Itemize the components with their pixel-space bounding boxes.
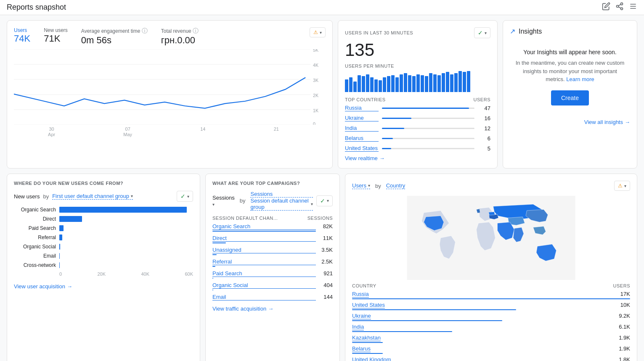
alert-icon: ⚠ — [313, 29, 318, 35]
campaign-name[interactable]: Referral — [212, 258, 316, 265]
filter-channel-btn[interactable]: First user default channel group ▾ — [52, 193, 133, 200]
map-card: Users ▾ by Country ⚠ ▾ — [345, 174, 637, 361]
filter-by-text2: by — [240, 198, 246, 204]
map-country-name[interactable]: Russia — [352, 291, 369, 298]
campaign-row: Organic Search 82K — [212, 223, 333, 232]
view-traffic-acquisition-link[interactable]: View traffic acquisition → — [212, 306, 333, 312]
mini-bar — [458, 71, 462, 92]
realtime-label: USERS IN LAST 30 MINUTES — [345, 30, 413, 35]
map-alert-btn[interactable]: ⚠ ▾ — [614, 181, 630, 191]
x-label-3-top: 21 — [274, 126, 279, 132]
share-icon[interactable] — [615, 2, 624, 13]
campaigns-filter: Sessions ▾ by Sessions Session default c… — [212, 191, 333, 211]
mini-bar — [433, 74, 437, 92]
view-user-acquisition-link[interactable]: View user acquisition → — [14, 283, 193, 290]
mini-bar — [366, 74, 369, 92]
tab-users[interactable]: Users 74K — [14, 27, 30, 44]
map-users-btn[interactable]: Users ▾ — [352, 182, 370, 189]
campaigns-col-sessions: SESSIONS — [307, 216, 333, 221]
map-country-name[interactable]: India — [352, 324, 364, 330]
campaign-name[interactable]: Organic Search — [212, 223, 316, 230]
campaigns-card: WHAT ARE YOUR TOP CAMPAIGNS? Sessions ▾ … — [205, 174, 340, 361]
view-realtime-arrow: → — [379, 155, 385, 161]
filter-sessions-label[interactable]: Sessions ▾ — [212, 195, 235, 207]
filter-channel-arrow: ▾ — [131, 194, 133, 198]
svg-point-2 — [621, 8, 623, 10]
map-country-name[interactable]: United States — [352, 302, 385, 308]
country-name[interactable]: Ukraine — [345, 115, 379, 121]
mini-bar — [345, 79, 348, 92]
insights-learn-link[interactable]: Learn more — [566, 76, 594, 82]
campaign-name[interactable]: Unassigned — [212, 247, 316, 253]
header-actions — [602, 2, 637, 13]
country-row: India 12 — [345, 125, 490, 132]
chart-x-labels: 30 Apr 07 May 14 21 — [14, 126, 326, 137]
campaign-filter-btn[interactable]: Sessions — [250, 191, 313, 198]
more-icon[interactable] — [629, 2, 637, 13]
country-name[interactable]: Russia — [345, 105, 379, 111]
campaigns-col-name: SESSION DEFAULT CHAN... — [212, 216, 278, 221]
map-country-value: 1.9K — [619, 345, 630, 352]
filter-new-users-label[interactable]: New users — [14, 193, 40, 200]
map-country-name[interactable]: United Kingdom — [352, 356, 391, 361]
svg-point-1 — [617, 5, 619, 8]
map-country-btn[interactable]: Country — [386, 182, 405, 189]
country-bar — [382, 108, 469, 109]
campaigns-check-btn[interactable]: ✓ ▾ — [316, 195, 333, 206]
campaign-row: Direct 11K — [212, 235, 333, 243]
tab-engagement[interactable]: Average engagement time ⓘ 0m 56s — [81, 27, 148, 46]
mini-bar — [425, 76, 428, 92]
country-name[interactable]: Belarus — [345, 135, 379, 142]
map-row-content: Ukraine 9.2K — [352, 313, 630, 319]
mini-bar — [454, 73, 458, 92]
insights-view-link[interactable]: View all insights → — [510, 119, 630, 125]
realtime-header: USERS IN LAST 30 MINUTES ✓ ▾ — [345, 27, 490, 38]
map-filter: Users ▾ by Country ⚠ ▾ — [352, 181, 630, 191]
revenue-info-icon[interactable]: ⓘ — [193, 27, 199, 34]
realtime-card: USERS IN LAST 30 MINUTES ✓ ▾ 135 USERS P… — [338, 20, 498, 169]
top-row: Users 74K New users 71K Average engageme… — [7, 20, 637, 169]
create-button[interactable]: Create — [551, 90, 589, 105]
realtime-check-btn[interactable]: ✓ ▾ — [474, 27, 490, 38]
mini-bar — [374, 79, 378, 92]
map-country-name[interactable]: Ukraine — [352, 313, 371, 319]
campaign-channel-btn[interactable]: Session default channel group ▾ — [250, 198, 313, 211]
country-name[interactable]: India — [345, 125, 379, 132]
users-source-check-btn[interactable]: ✓ ▾ — [177, 191, 193, 202]
country-name[interactable]: United States — [345, 145, 379, 152]
alert-button[interactable]: ⚠ ▾ — [310, 27, 326, 37]
campaign-name[interactable]: Direct — [212, 235, 316, 242]
hbar-wrap — [59, 225, 193, 231]
campaign-name[interactable]: Paid Search — [212, 270, 316, 277]
mini-bar — [467, 71, 470, 92]
line-chart-svg: 5K 4K 3K 2K 1K 0 — [14, 49, 326, 125]
map-col-users: USERS — [613, 283, 630, 288]
insights-empty-state: Your Insights will appear here soon. In … — [510, 42, 630, 112]
campaign-name[interactable]: Organic Social — [212, 282, 316, 289]
map-row-content: Kazakhstan 1.9K — [352, 335, 630, 341]
view-realtime-link[interactable]: View realtime → — [345, 155, 490, 161]
map-country-name[interactable]: Kazakhstan — [352, 335, 381, 341]
hbar-x-axis: 020K40K60K — [14, 271, 193, 277]
x-label-0-bottom: Apr — [48, 132, 55, 137]
hbar-wrap — [59, 207, 193, 213]
map-users-arrow: ▾ — [368, 183, 370, 188]
mini-bar — [421, 75, 424, 92]
mini-bar — [387, 76, 390, 92]
tab-new-users[interactable]: New users 71K — [44, 27, 68, 44]
map-country-name[interactable]: Belarus — [352, 345, 371, 352]
country-row: United States 5 — [345, 145, 490, 152]
main-content: Users 74K New users 71K Average engageme… — [0, 15, 644, 361]
map-country-row: Russia 17K — [352, 291, 630, 299]
campaign-bar — [212, 278, 213, 279]
map-country-bar — [352, 298, 630, 299]
bottom-row: WHERE DO YOUR NEW USERS COME FROM? New u… — [7, 174, 637, 361]
tab-revenue[interactable]: Total revenue ⓘ грн.0.00 — [161, 27, 199, 46]
mini-bar — [391, 75, 395, 92]
engagement-info-icon[interactable]: ⓘ — [142, 27, 148, 34]
hbar-label: Paid Search — [14, 225, 56, 231]
campaign-channel-arrow: ▾ — [311, 202, 313, 206]
campaign-name[interactable]: Email — [212, 294, 316, 300]
edit-icon[interactable] — [602, 2, 610, 13]
map-country-value: 9.2K — [619, 313, 630, 319]
